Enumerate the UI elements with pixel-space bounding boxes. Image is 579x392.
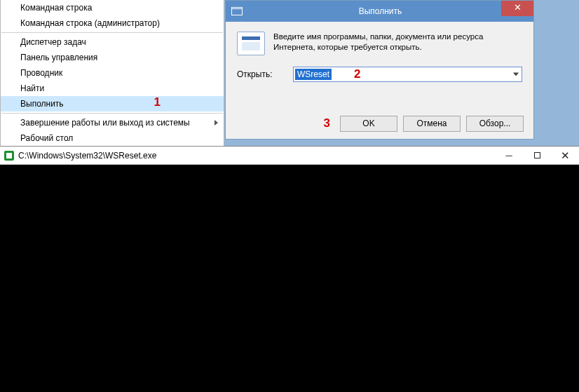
menu-item-cmd-admin[interactable]: Командная строка (администратор) — [1, 15, 224, 31]
annotation-2: 2 — [354, 67, 360, 81]
menu-item-search[interactable]: Найти — [1, 81, 224, 96]
menu-label: Найти — [20, 83, 44, 93]
run-dialog: Выполнить ✕ Введите имя программы, папки… — [225, 0, 534, 140]
run-window-icon — [231, 7, 243, 15]
menu-item-shutdown[interactable]: Завершение работы или выход из системы — [1, 115, 224, 130]
annotation-1: 1 — [154, 97, 161, 108]
ok-button[interactable]: OK — [340, 116, 397, 132]
open-combobox[interactable]: WSreset 2 — [293, 67, 522, 82]
open-input-value: WSreset — [295, 69, 332, 80]
menu-separator — [1, 32, 223, 33]
menu-label: Завершение работы или выход из системы — [20, 118, 190, 128]
open-label: Открыть: — [237, 69, 293, 79]
menu-item-cmd[interactable]: Командная строка — [1, 0, 224, 15]
close-button[interactable]: ✕ — [551, 147, 579, 165]
annotation-3: 3 — [324, 116, 330, 130]
minimize-button[interactable]: ─ — [495, 147, 523, 165]
run-button-row: 3 OK Отмена Обзор... — [226, 108, 533, 139]
maximize-button[interactable] — [523, 147, 551, 165]
menu-separator — [1, 113, 223, 114]
browse-button[interactable]: Обзор... — [466, 116, 524, 132]
menu-label: Рабочий стол — [20, 133, 73, 143]
chevron-right-icon — [214, 120, 218, 126]
maximize-icon — [534, 152, 540, 158]
chevron-down-icon[interactable] — [513, 73, 519, 76]
close-button[interactable]: ✕ — [501, 1, 533, 16]
minimize-icon: ─ — [505, 150, 512, 161]
console-titlebar[interactable]: C:\Windows\System32\WSReset.exe ─ ✕ — [0, 147, 579, 165]
menu-item-run[interactable]: Выполнить 1 — [1, 96, 224, 111]
menu-label: Проводник — [20, 68, 62, 78]
console-title: C:\Windows\System32\WSReset.exe — [18, 151, 495, 161]
menu-label: Командная строка — [20, 3, 92, 13]
close-icon: ✕ — [514, 2, 522, 13]
menu-item-control-panel[interactable]: Панель управления — [1, 50, 224, 65]
run-description: Введите имя программы, папки, документа … — [273, 32, 522, 55]
run-titlebar[interactable]: Выполнить ✕ — [226, 1, 533, 22]
menu-item-explorer[interactable]: Проводник — [1, 65, 224, 81]
console-app-icon — [4, 151, 14, 161]
console-window: C:\Windows\System32\WSReset.exe ─ ✕ — [0, 146, 579, 392]
menu-label: Диспетчер задач — [20, 37, 86, 47]
menu-item-desktop[interactable]: Рабочий стол — [1, 130, 224, 146]
menu-item-taskmgr[interactable]: Диспетчер задач — [1, 34, 224, 50]
winx-menu: Командная строка Командная строка (админ… — [0, 0, 224, 147]
menu-label: Выполнить — [20, 99, 64, 109]
run-program-icon — [237, 32, 265, 55]
cancel-button[interactable]: Отмена — [403, 116, 461, 132]
menu-label: Командная строка (администратор) — [20, 18, 160, 28]
close-icon: ✕ — [561, 149, 570, 162]
menu-label: Панель управления — [20, 53, 97, 62]
run-title: Выполнить — [248, 6, 533, 16]
